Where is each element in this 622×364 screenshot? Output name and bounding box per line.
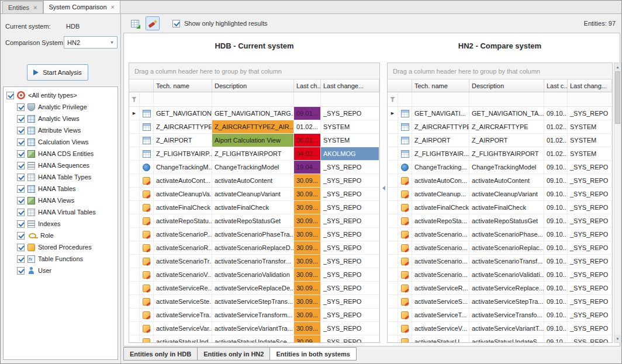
table-row[interactable]: activateScenario...activateScenarioPhase… — [388, 228, 612, 241]
tree-item-hana-views[interactable]: HANA Views — [16, 195, 116, 206]
tree-item-indexes[interactable]: Indexes — [16, 218, 116, 230]
last-change-user-cell[interactable]: _SYS_REPO — [568, 201, 612, 214]
description-cell[interactable]: activateScenarioReplaceD... — [212, 241, 294, 254]
last-change-user-cell[interactable]: _SYS_REPO — [568, 308, 612, 321]
tab-system-comparison[interactable]: System Comparison × — [43, 0, 120, 13]
last-changed-cell[interactable]: 09.10... — [544, 282, 568, 294]
tree-item-stored-procedures[interactable]: Stored Procedures — [16, 241, 116, 253]
tech-name-cell[interactable]: activateRepoSta... — [412, 214, 469, 227]
column-header-last-changed[interactable]: Last ch... — [294, 79, 321, 92]
column-header-last-changed[interactable]: Last c... — [544, 79, 568, 92]
description-cell[interactable]: activateRepoStatusGet — [469, 214, 544, 227]
last-change-user-cell[interactable]: _SYS_REPO — [568, 282, 612, 294]
column-header-tech-name[interactable]: Tech. name — [154, 79, 212, 92]
description-cell[interactable]: activateServiceVariantTra... — [212, 322, 294, 335]
last-changed-cell[interactable]: 30.09... — [294, 228, 321, 241]
tech-name-cell[interactable]: Z_AIRPORT — [154, 134, 212, 147]
checkbox-checked[interactable] — [17, 138, 25, 146]
filter-button-cell[interactable] — [129, 92, 140, 106]
description-cell[interactable]: ChangeTrackingModel — [469, 161, 544, 174]
tree-item-hana-virtual-tables[interactable]: HANA Virtual Tables — [16, 206, 116, 218]
last-changed-cell[interactable]: 04.02... — [294, 147, 321, 160]
last-change-user-cell[interactable]: SYSTEM — [568, 147, 612, 160]
last-changed-cell[interactable]: 30.09... — [294, 201, 321, 214]
checkbox-checked[interactable] — [17, 209, 25, 216]
table-row[interactable]: Z_AIRCRAFTTYPEZ_AIRCRAFTTYPEZ_AIR...01.0… — [129, 120, 379, 134]
column-header-last-change-user[interactable]: Last change... — [321, 79, 379, 92]
table-row[interactable]: ChangeTrackingM...ChangeTrackingModel19.… — [129, 161, 379, 174]
tree-item-analytic-views[interactable]: Analytic Views — [16, 113, 116, 124]
last-change-user-cell[interactable]: _SYS_REPO — [568, 241, 612, 254]
last-changed-cell[interactable]: 30.09... — [294, 214, 321, 227]
last-change-user-cell[interactable]: _SYS_REPO — [321, 322, 379, 335]
tech-name-cell[interactable]: activateAutoCon... — [412, 174, 469, 187]
checkbox-checked[interactable] — [17, 150, 25, 158]
table-row[interactable]: activateStatusU...activateStatusUpdateS.… — [388, 335, 612, 342]
last-change-user-cell[interactable]: _SYS_REPO — [321, 107, 379, 120]
tech-name-cell[interactable]: activateScenarioR... — [154, 241, 212, 254]
filter-cell[interactable] — [568, 92, 612, 106]
description-cell[interactable]: activateServiceStepTrans... — [212, 295, 294, 308]
last-changed-cell[interactable]: 09.10... — [544, 188, 568, 200]
description-cell[interactable]: activateScenarioTransfor... — [212, 255, 294, 268]
description-cell[interactable]: activateServiceReplaceDe... — [212, 282, 294, 294]
table-row[interactable]: activateScenario...activateScenarioValid… — [388, 268, 612, 282]
description-cell[interactable]: activateFinalCheck — [469, 201, 544, 214]
description-cell[interactable]: activateAutoContent — [212, 174, 294, 187]
table-row[interactable]: activateScenario...activateScenarioRepla… — [388, 241, 612, 255]
last-change-user-cell[interactable]: _SYS_REPO — [321, 295, 379, 308]
description-cell[interactable]: activateScenarioTransf... — [469, 255, 544, 268]
checkbox-checked[interactable] — [17, 185, 25, 193]
last-changed-cell[interactable]: 30.09... — [294, 188, 321, 200]
tech-name-cell[interactable]: activateStatusU... — [412, 335, 469, 342]
tech-name-cell[interactable]: activateCleanupVa... — [154, 188, 212, 200]
last-change-user-cell[interactable]: _SYS_REPO — [568, 107, 612, 120]
last-changed-cell[interactable]: 30.09... — [294, 268, 321, 281]
filter-button-cell[interactable] — [388, 92, 398, 106]
description-cell[interactable]: activateScenarioReplac... — [469, 241, 544, 254]
scroll-up-button[interactable]: ▲ — [614, 63, 621, 71]
last-changed-cell[interactable]: 19.04... — [294, 161, 321, 174]
description-cell[interactable]: activateServiceTransfo... — [469, 308, 544, 321]
last-changed-cell[interactable]: 09.10... — [544, 161, 568, 174]
last-changed-cell[interactable]: 09.10... — [544, 214, 568, 227]
description-cell[interactable]: Z_AIRCRAFTTYPEZ_AIR... — [212, 120, 294, 133]
last-change-user-cell[interactable]: _SYS_REPO — [568, 161, 612, 174]
tech-name-cell[interactable]: ChangeTracking... — [412, 161, 469, 174]
tree-item-user[interactable]: User — [16, 265, 116, 276]
tech-name-cell[interactable]: activateStatusUpd... — [154, 335, 212, 342]
column-header-tech-name[interactable]: Tech. name — [412, 79, 469, 92]
table-row[interactable]: activateServiceV...activateServiceVarian… — [388, 322, 612, 335]
table-row[interactable]: Z_AIRCRAFTTYPEZ_AIRCRAFTTYPE01.02...SYST… — [388, 120, 612, 134]
table-row[interactable]: activateServiceVar...activateServiceVari… — [129, 322, 379, 335]
description-cell[interactable]: activateRepoStatusGet — [212, 214, 294, 227]
column-header-description[interactable]: Description — [212, 79, 294, 92]
highlight-differences-button[interactable] — [146, 16, 160, 30]
table-row[interactable]: Z_FLIGHTBYAIRP...Z_FLIGHTBYAIRPORT04.02.… — [129, 147, 379, 161]
tech-name-cell[interactable]: activateScenario... — [412, 241, 469, 254]
last-changed-cell[interactable]: 09.10 — [544, 335, 568, 342]
last-change-user-cell[interactable]: SYSTEM — [321, 134, 379, 147]
description-cell[interactable]: activateAutoContent — [469, 174, 544, 187]
table-row[interactable]: Z_FLIGHTBYAIR...Z_FLIGHTBYAIRPORT01.02..… — [388, 147, 612, 161]
last-changed-cell[interactable]: 09.10... — [544, 308, 568, 321]
description-cell[interactable]: activateStatusUpdateSce... — [212, 335, 294, 342]
description-cell[interactable]: activateScenarioPhase... — [469, 228, 544, 241]
tech-name-cell[interactable]: Z_AIRCRAFTTYPE — [154, 120, 212, 133]
vertical-scrollbar[interactable]: ▲ ▼ — [614, 63, 621, 343]
filter-cell[interactable] — [469, 92, 544, 106]
table-row[interactable]: activateCleanup...activateCleanupVariant… — [388, 188, 612, 201]
description-cell[interactable]: Z_FLIGHTBYAIRPORT — [212, 147, 294, 160]
table-row[interactable]: activateServiceT...activateServiceTransf… — [388, 308, 612, 322]
table-row[interactable]: activateScenarioR...activateScenarioRepl… — [129, 241, 379, 255]
tech-name-cell[interactable]: activateServiceR... — [412, 282, 469, 294]
collapse-splitter-button[interactable] — [381, 179, 386, 197]
table-row[interactable]: ChangeTracking...ChangeTrackingModel09.1… — [388, 161, 612, 174]
checkbox-checked[interactable] — [17, 267, 25, 275]
table-row[interactable]: activateFinalCheckactivateFinalCheck30.0… — [129, 201, 379, 214]
filter-cell[interactable] — [294, 92, 321, 106]
last-changed-cell[interactable]: 30.09... — [294, 241, 321, 254]
last-changed-cell[interactable]: 09.10... — [544, 268, 568, 281]
last-changed-cell[interactable]: 30.09... — [294, 255, 321, 268]
column-header-description[interactable]: Description — [469, 79, 544, 92]
